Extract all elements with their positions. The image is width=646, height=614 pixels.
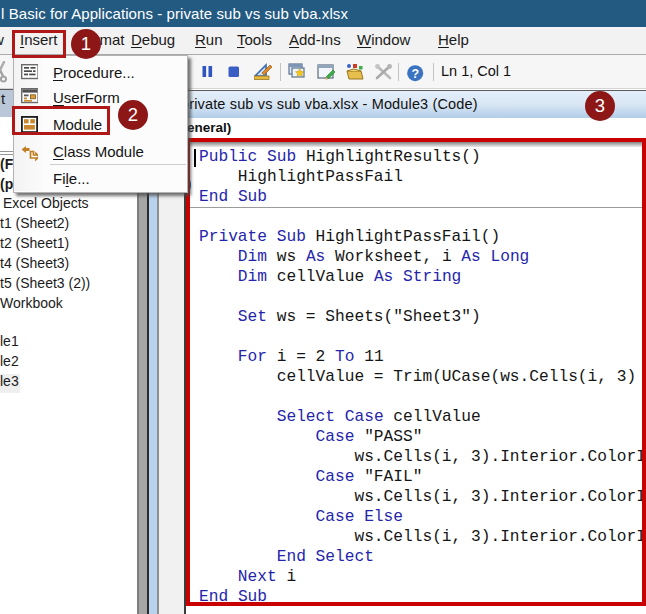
svg-text:?: ? xyxy=(411,67,419,81)
